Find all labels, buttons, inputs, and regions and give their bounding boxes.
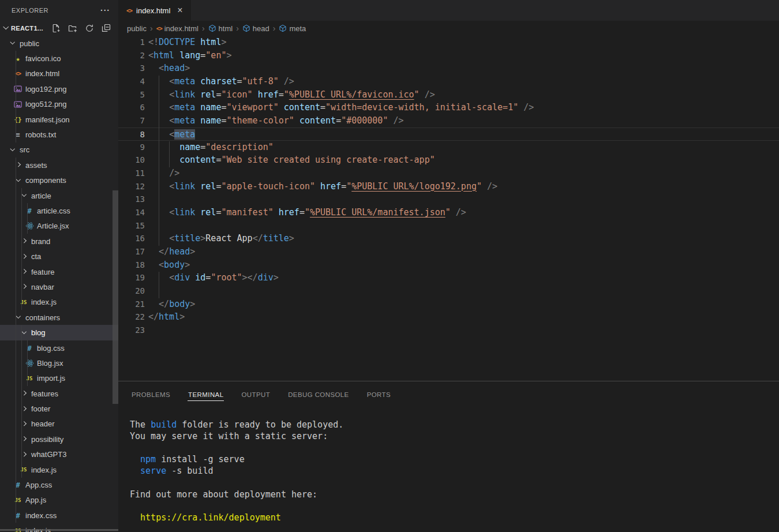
terminal-link[interactable]: https://cra.link/deployment: [140, 512, 281, 523]
code-line-11[interactable]: 11 />: [118, 167, 779, 180]
tree-item-blog-jsx[interactable]: Blog.jsx: [0, 355, 118, 370]
tree-item-app-css[interactable]: #App.css: [0, 477, 118, 492]
tree-item-logo512-png[interactable]: logo512.png: [0, 97, 118, 112]
code-line-19[interactable]: 19 <div id="root"></div>: [118, 271, 779, 284]
explorer-title: EXPLORER: [12, 7, 48, 14]
code-line-20[interactable]: 20: [118, 284, 779, 298]
tree-item-components[interactable]: components: [0, 173, 118, 188]
code-content: </head>: [145, 245, 195, 258]
code-content: <link rel="icon" href="%PUBLIC_URL%/favi…: [145, 88, 435, 102]
code-line-15[interactable]: 15: [118, 219, 779, 233]
tree-item-blog-css[interactable]: #blog.css: [0, 340, 118, 355]
breadcrumb-item-public[interactable]: public: [127, 24, 147, 33]
code-line-7[interactable]: 7 <meta name="theme-color" content="#000…: [118, 114, 779, 128]
tree-item-possibility[interactable]: possibility: [0, 432, 118, 447]
tree-item-index-js[interactable]: JSindex.js: [0, 295, 118, 310]
chevron-down-icon: [3, 24, 9, 29]
tree-item-label: containers: [25, 313, 60, 322]
tree-indent-guide: [16, 51, 16, 143]
tree-item-footer[interactable]: footer: [0, 401, 118, 416]
panel-tab-ports[interactable]: PORTS: [366, 389, 391, 401]
code-line-23[interactable]: 23: [118, 324, 779, 337]
new-folder-icon[interactable]: [68, 24, 77, 33]
breadcrumb-item-html[interactable]: html: [208, 24, 233, 33]
tree-item-containers[interactable]: containers: [0, 310, 118, 325]
new-file-icon[interactable]: [51, 24, 61, 33]
editor-indent-guide: [169, 141, 170, 167]
tree-item-navbar[interactable]: navbar: [0, 279, 118, 294]
tree-item-index-css[interactable]: #index.css: [0, 508, 118, 523]
code-line-12[interactable]: 12 <link rel="apple-touch-icon" href="%P…: [118, 180, 779, 193]
code-line-9[interactable]: 9 name="description": [118, 141, 779, 154]
code-line-17[interactable]: 17 </head>: [118, 245, 779, 258]
code-line-14[interactable]: 14 <link rel="manifest" href="%PUBLIC_UR…: [118, 206, 779, 219]
tree-item-manifest-json[interactable]: {}manifest.json: [0, 112, 118, 127]
tree-item-features[interactable]: features: [0, 386, 118, 401]
code-line-1[interactable]: 1<!DOCTYPE html>: [118, 36, 779, 49]
chevron-right-icon: [18, 239, 29, 243]
code-line-21[interactable]: 21 </body>: [118, 298, 779, 311]
code-editor[interactable]: 1<!DOCTYPE html>2<html lang="en">3 <head…: [118, 36, 779, 381]
file-icon-slot: #: [13, 511, 23, 520]
code-line-13[interactable]: 13: [118, 193, 779, 206]
panel-tab-problems[interactable]: PROBLEMS: [131, 389, 171, 401]
panel-tab-debug-console[interactable]: DEBUG CONSOLE: [287, 389, 350, 401]
terminal-output[interactable]: The build folder is ready to be deployed…: [118, 419, 779, 523]
code-line-22[interactable]: 22</html>: [118, 310, 779, 324]
panel-tab-terminal[interactable]: TERMINAL: [188, 389, 224, 401]
tree-item-label: index.css: [25, 511, 57, 520]
code-line-3[interactable]: 3 <head>: [118, 62, 779, 75]
explorer-section-header[interactable]: REACT1...: [0, 20, 118, 36]
collapse-all-icon[interactable]: [102, 24, 111, 33]
tree-item-app-js[interactable]: JSApp.js: [0, 493, 118, 508]
code-line-6[interactable]: 6 <meta name="viewport" content="width=d…: [118, 101, 779, 114]
tree-item-logo192-png[interactable]: logo192.png: [0, 81, 118, 96]
tree-item-blog[interactable]: blog: [0, 325, 118, 340]
tree-item-article-jsx[interactable]: Article.jsx: [0, 219, 118, 234]
code-line-5[interactable]: 5 <link rel="icon" href="%PUBLIC_URL%/fa…: [118, 88, 779, 102]
tree-item-brand[interactable]: brand: [0, 234, 118, 249]
editor-indent-guide: [159, 76, 159, 246]
tree-item-src[interactable]: src: [0, 143, 118, 158]
tree-item-whatgpt3[interactable]: whatGPT3: [0, 447, 118, 462]
tree-item-article-css[interactable]: #article.css: [0, 203, 118, 218]
tree-item-public[interactable]: public: [0, 36, 118, 51]
code-line-18[interactable]: 18 <body>: [118, 258, 779, 272]
chevron-glyph: [21, 421, 26, 426]
refresh-icon[interactable]: [85, 24, 94, 33]
chevron-right-icon: [18, 285, 29, 289]
breadcrumb-item-meta[interactable]: meta: [279, 24, 306, 33]
code-line-2[interactable]: 2<html lang="en">: [118, 49, 779, 62]
code-line-4[interactable]: 4 <meta charset="utf-8" />: [118, 75, 779, 88]
code-content: <meta name="theme-color" content="#00000…: [145, 114, 404, 128]
sidebar-vertical-scrollbar[interactable]: [113, 190, 118, 404]
editor-group: <> index.html × public›<>index.html›html…: [118, 0, 779, 532]
tree-item-label: feature: [31, 268, 54, 276]
code-line-10[interactable]: 10 content="Web site created using creat…: [118, 153, 779, 167]
tab-index-html[interactable]: <> index.html ×: [118, 0, 191, 21]
tree-item-label: footer: [31, 404, 50, 413]
terminal-line: The build folder is ready to be deployed…: [130, 419, 779, 430]
more-actions-icon[interactable]: ···: [100, 8, 110, 13]
tree-item-cta[interactable]: cta: [0, 249, 118, 264]
close-icon[interactable]: ×: [175, 5, 185, 16]
code-line-8[interactable]: 8 <meta: [118, 128, 779, 141]
breadcrumb-item-index-html[interactable]: <>index.html: [156, 24, 199, 33]
tree-item-label: favicon.ico: [25, 54, 61, 63]
favicon-star-icon: ★: [16, 55, 20, 63]
tree-item-index-js[interactable]: JSindex.js: [0, 462, 118, 477]
tree-item-import-js[interactable]: JSimport.js: [0, 371, 118, 386]
terminal-line: npm install -g serve: [130, 454, 779, 465]
code-line-16[interactable]: 16 <title>React App</title>: [118, 232, 779, 245]
tree-item-favicon-ico[interactable]: ★favicon.ico: [0, 51, 118, 66]
breadcrumb-item-head[interactable]: head: [242, 24, 269, 33]
tree-item-assets[interactable]: assets: [0, 158, 118, 173]
tree-item-header[interactable]: header: [0, 417, 118, 432]
sidebar-horizontal-scrollbar[interactable]: [0, 529, 118, 531]
tree-item-index-html[interactable]: <>index.html: [0, 66, 118, 81]
code-content: <meta name="viewport" content="width=dev…: [145, 101, 534, 114]
tree-item-article[interactable]: article: [0, 188, 118, 203]
panel-tab-output[interactable]: OUTPUT: [241, 389, 271, 401]
tree-item-feature[interactable]: feature: [0, 264, 118, 279]
tree-item-robots-txt[interactable]: ≡robots.txt: [0, 127, 118, 142]
